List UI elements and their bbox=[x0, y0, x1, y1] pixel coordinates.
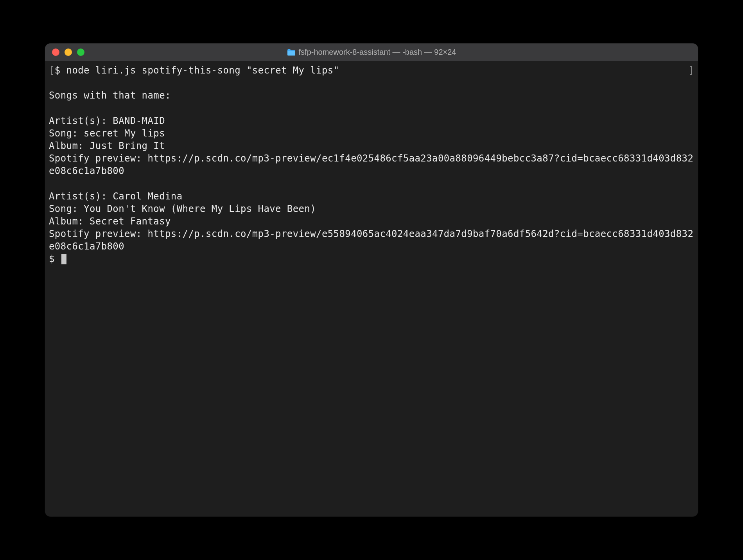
window-titlebar[interactable]: fsfp-homework-8-assistant — -bash — 92×2… bbox=[45, 43, 698, 61]
output-preview: Spotify preview: https://p.scdn.co/mp3-p… bbox=[49, 228, 693, 252]
traffic-lights bbox=[45, 48, 84, 56]
close-icon[interactable] bbox=[52, 48, 59, 56]
output-artist: Artist(s): Carol Medina bbox=[49, 191, 183, 202]
minimize-icon[interactable] bbox=[65, 48, 72, 56]
output-heading: Songs with that name: bbox=[49, 90, 171, 101]
maximize-icon[interactable] bbox=[77, 48, 84, 56]
bracket-close: ] bbox=[688, 64, 694, 77]
output-album: Album: Just Bring It bbox=[49, 140, 165, 151]
terminal-window: fsfp-homework-8-assistant — -bash — 92×2… bbox=[45, 43, 698, 517]
cursor-icon bbox=[61, 254, 66, 264]
output-preview: Spotify preview: https://p.scdn.co/mp3-p… bbox=[49, 153, 693, 176]
folder-icon bbox=[287, 49, 296, 56]
prompt-symbol: $ bbox=[55, 65, 66, 76]
window-title-wrap: fsfp-homework-8-assistant — -bash — 92×2… bbox=[45, 48, 698, 57]
prompt-symbol: $ bbox=[49, 253, 61, 264]
output-artist: Artist(s): BAND-MAID bbox=[49, 115, 165, 126]
terminal-output[interactable]: [$ node liri.js spotify-this-song "secre… bbox=[45, 61, 698, 517]
window-title: fsfp-homework-8-assistant — -bash — 92×2… bbox=[299, 48, 456, 57]
bracket-open: [ bbox=[49, 65, 55, 76]
output-song: Song: secret My lips bbox=[49, 128, 165, 139]
command-text: node liri.js spotify-this-song "secret M… bbox=[66, 65, 339, 76]
output-song: Song: You Don't Know (Where My Lips Have… bbox=[49, 203, 316, 214]
output-album: Album: Secret Fantasy bbox=[49, 216, 171, 227]
